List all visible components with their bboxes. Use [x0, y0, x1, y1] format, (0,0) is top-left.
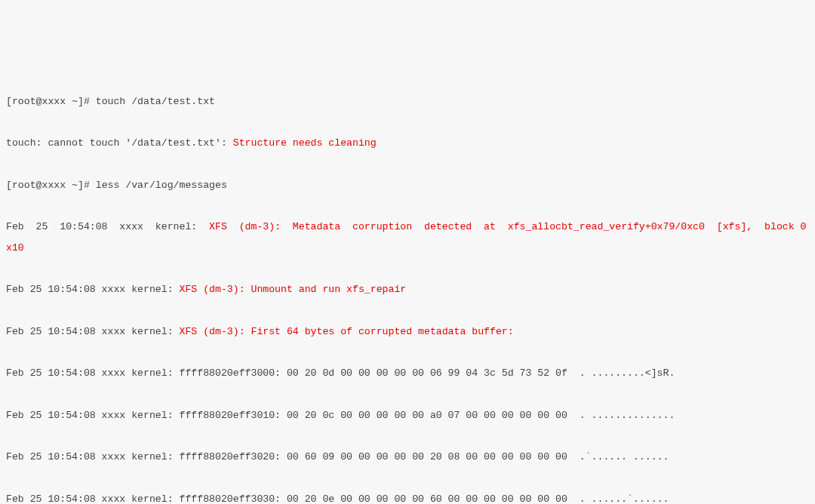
log-line: Feb 25 10:54:08 xxxx kernel: ffff88020ef… [6, 489, 809, 504]
log-timestamp: Feb 25 10:54:08 xxxx kernel: [6, 326, 180, 337]
prompt: [root@xxxx ~]# [6, 96, 96, 107]
log-xfs-first64: XFS (dm-3): First 64 bytes of corrupted … [180, 326, 514, 337]
error-prefix: touch: cannot touch '/data/test.txt': [6, 137, 233, 149]
shell-command-1: [root@xxxx ~]# touch /data/test.txt [6, 91, 809, 112]
command-text: less /var/log/messages [96, 180, 227, 191]
log-line: Feb 25 10:54:08 xxxx kernel: ffff88020ef… [6, 363, 809, 384]
log-timestamp: Feb 25 10:54:08 xxxx kernel: [6, 221, 209, 232]
shell-command-2: [root@xxxx ~]# less /var/log/messages [6, 175, 809, 196]
log-hexdump: ffff88020eff3000: 00 20 0d 00 00 00 00 0… [180, 367, 675, 379]
log-xfs-unmount: XFS (dm-3): Unmount and run xfs_repair [180, 284, 407, 295]
log-timestamp: Feb 25 10:54:08 xxxx kernel: [6, 493, 180, 504]
prompt: [root@xxxx ~]# [6, 180, 96, 191]
log-line: Feb 25 10:54:08 xxxx kernel: XFS (dm-3):… [6, 321, 809, 343]
log-line: Feb 25 10:54:08 xxxx kernel: ffff88020ef… [6, 447, 809, 468]
log-timestamp: Feb 25 10:54:08 xxxx kernel: [6, 451, 180, 463]
log-timestamp: Feb 25 10:54:08 xxxx kernel: [6, 410, 180, 421]
log-timestamp: Feb 25 10:54:08 xxxx kernel: [6, 367, 180, 379]
touch-error-line: touch: cannot touch '/data/test.txt': St… [6, 133, 809, 154]
log-hexdump: ffff88020eff3010: 00 20 0c 00 00 00 00 0… [180, 410, 675, 421]
log-line: Feb 25 10:54:08 xxxx kernel: ffff88020ef… [6, 405, 809, 426]
log-timestamp: Feb 25 10:54:08 xxxx kernel: [6, 284, 180, 295]
error-message: Structure needs cleaning [233, 137, 377, 149]
log-hexdump: ffff88020eff3020: 00 60 09 00 00 00 00 0… [180, 451, 669, 463]
command-text: touch /data/test.txt [96, 96, 215, 107]
log-line: Feb 25 10:54:08 xxxx kernel: XFS (dm-3):… [6, 279, 809, 300]
log-line: Feb 25 10:54:08 xxxx kernel: XFS (dm-3):… [6, 217, 809, 258]
log-hexdump: ffff88020eff3030: 00 20 0e 00 00 00 00 0… [180, 493, 669, 504]
